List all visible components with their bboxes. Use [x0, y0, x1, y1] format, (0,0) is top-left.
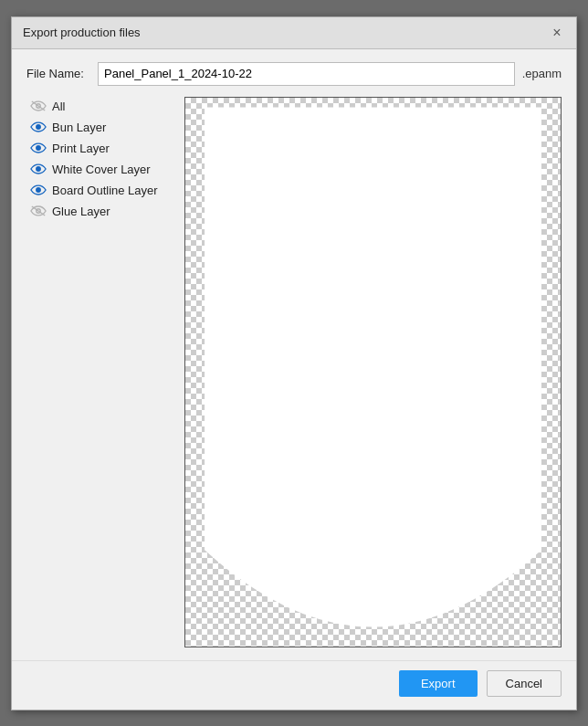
svg-point-5	[37, 188, 41, 193]
layer-label-all: All	[52, 100, 65, 113]
eye-icon-glue	[30, 205, 47, 217]
file-name-row: File Name: .epanm	[26, 62, 562, 86]
layers-panel: All Bun Layer	[26, 97, 177, 647]
content-area: All Bun Layer	[26, 97, 562, 647]
dialog-titlebar: Export production files ×	[12, 17, 576, 49]
export-button[interactable]: Export	[399, 670, 478, 697]
svg-point-3	[37, 146, 41, 151]
layer-item-bun[interactable]: Bun Layer	[26, 118, 177, 137]
layer-item-all[interactable]: All	[26, 97, 177, 116]
eye-icon-white-cover	[30, 163, 47, 175]
eye-icon-print	[30, 142, 47, 154]
eye-icon-all	[30, 100, 47, 112]
layer-label-glue: Glue Layer	[52, 205, 110, 218]
preview-shape	[185, 98, 561, 647]
file-name-label: File Name:	[26, 67, 90, 80]
layer-item-print[interactable]: Print Layer	[26, 139, 177, 158]
svg-point-2	[37, 125, 41, 130]
layer-label-board-outline: Board Outline Layer	[52, 184, 158, 197]
eye-icon-board-outline	[30, 184, 47, 196]
svg-point-4	[37, 167, 41, 172]
layer-item-glue[interactable]: Glue Layer	[26, 202, 177, 221]
layer-label-white-cover: White Cover Layer	[52, 163, 151, 176]
cancel-button[interactable]: Cancel	[487, 670, 562, 697]
layer-label-print: Print Layer	[52, 142, 110, 155]
close-button[interactable]: ×	[549, 25, 565, 41]
file-name-input[interactable]	[98, 62, 515, 86]
preview-panel	[184, 97, 562, 647]
layer-label-bun: Bun Layer	[52, 121, 106, 134]
export-dialog: Export production files × File Name: .ep…	[11, 16, 577, 710]
eye-icon-bun	[30, 121, 47, 133]
file-extension: .epanm	[522, 67, 562, 80]
layer-item-board-outline[interactable]: Board Outline Layer	[26, 181, 177, 200]
dialog-title: Export production files	[23, 26, 141, 39]
dialog-footer: Export Cancel	[12, 660, 576, 710]
dialog-body: File Name: .epanm All	[12, 49, 576, 660]
layer-item-white-cover[interactable]: White Cover Layer	[26, 160, 177, 179]
